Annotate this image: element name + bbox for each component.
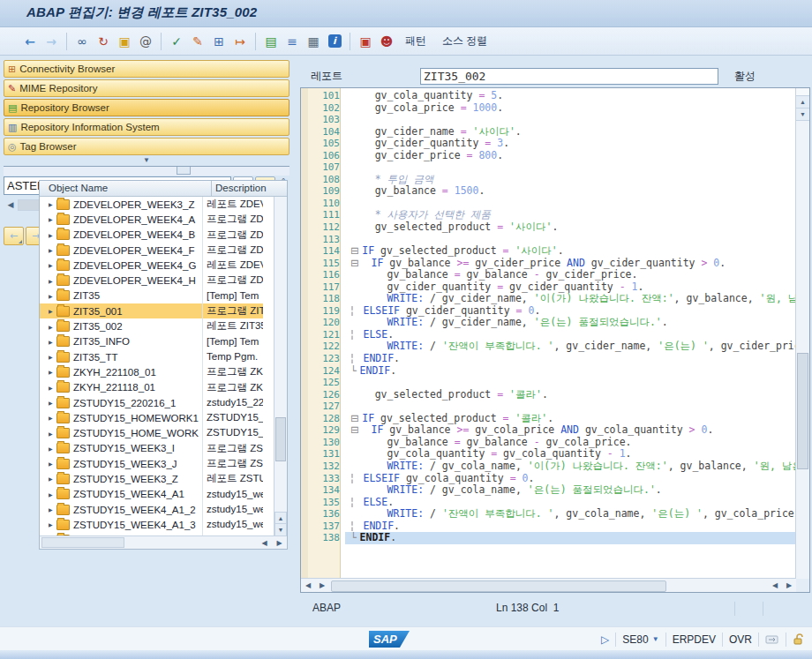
code-line-103[interactable]: 103 <box>301 114 796 126</box>
object-name[interactable]: ZSTUDY15_WEEK4_A1_3 <box>73 520 196 530</box>
tree-row-ZSTUDY15_HOMEWORK1[interactable]: ▶ZSTUDY15_HOMEWORK1ZSTUDY15_H <box>40 410 287 425</box>
expand-arrow-icon[interactable]: ▶ <box>49 278 56 284</box>
tree-row-ZIT35_INFO[interactable]: ▶ZIT35_INFO[Temp] Tem <box>40 334 287 349</box>
expand-arrow-icon[interactable]: ▶ <box>49 521 56 528</box>
tree-scroll-right-icon[interactable]: ▶ <box>272 539 287 547</box>
code-text[interactable]: └ ENDIF. <box>345 365 796 378</box>
system-name[interactable]: ERPDEV <box>673 633 716 646</box>
code-text[interactable]: gv_cider_quantity = 3. <box>345 138 796 150</box>
object-name[interactable]: ZSTUDY15_220216_1 <box>73 398 176 408</box>
code-text[interactable]: WRITE: / '잔액이 부족합니다. ', gv_cider_name, '… <box>345 341 796 353</box>
code-line-133[interactable]: 133¦ ELSEIF gv_cola_quantity = 0. <box>301 473 796 485</box>
tree-row-ZKYH_221118_01[interactable]: ▶ZKYH_221118_01프로그램 ZKYH <box>40 380 287 395</box>
copy-icon[interactable]: ▣ <box>114 31 135 52</box>
browser-button-repository-information-system[interactable]: ▥Repository Information System <box>4 118 289 136</box>
object-name[interactable]: ZSTUDY15_WEEK3_J <box>73 459 177 469</box>
tree-row-ZSTUDY15_WEEK3_Z[interactable]: ▶ZSTUDY15_WEEK3_Z레포트 ZSTUD <box>40 471 287 486</box>
code-line-107[interactable]: 107 <box>301 161 796 174</box>
object-name[interactable]: ZDEVELOPER_WEEK4_H <box>73 275 196 286</box>
back-icon[interactable]: ← <box>19 31 41 52</box>
tree-back-icon[interactable]: ← <box>4 227 24 245</box>
code-text[interactable]: gv_balance = 1500. <box>345 185 796 198</box>
refresh-object-icon[interactable]: ↻ <box>93 31 114 52</box>
code-line-110[interactable]: 110 <box>301 198 796 210</box>
browser-button-tag-browser[interactable]: ◎Tag Browser <box>4 138 289 155</box>
editor-scroll-right2-icon[interactable]: ▶ <box>782 581 796 589</box>
code-text[interactable]: ⊟ IF gv_selected_product = '사이다'. <box>345 245 796 258</box>
insert-mode-indicator[interactable]: OVR <box>729 633 752 646</box>
message-expand-icon[interactable]: ▷ <box>601 633 609 646</box>
pretty-printer-icon[interactable]: ✎ <box>187 31 208 52</box>
code-line-121[interactable]: 121¦ ELSE. <box>301 329 796 341</box>
forward-icon[interactable]: → <box>41 31 62 52</box>
code-text[interactable] <box>345 114 796 126</box>
object-name[interactable]: ZDEVELOPER_WEEK4_G <box>73 260 196 271</box>
code-line-119[interactable]: 119¦ ELSEIF gv_cider_quantity = 0. <box>301 305 796 318</box>
expand-arrow-icon[interactable]: ▶ <box>49 369 56 375</box>
pattern-button[interactable]: 패턴 <box>397 31 434 51</box>
column-description[interactable]: Description <box>212 181 287 196</box>
object-name[interactable]: ZSTUDY15_WEEK3_Z <box>73 474 178 484</box>
code-line-113[interactable]: 113 <box>301 234 796 246</box>
editor-scroll-up-icon[interactable]: ▲ <box>796 96 809 109</box>
expand-arrow-icon[interactable]: ▶ <box>49 354 56 360</box>
tree-row-ZDEVELOPER_WEEK4_A[interactable]: ▶ZDEVELOPER_WEEK4_A프로그램 ZDEV <box>40 212 287 227</box>
code-line-108[interactable]: 108 * 투입 금액 <box>301 174 796 186</box>
check-icon[interactable]: ✓ <box>166 31 187 52</box>
where-used-icon[interactable]: ⊞ <box>208 31 229 52</box>
tree-row-ZSTUDY15_WEEK4_A1_2[interactable]: ▶ZSTUDY15_WEEK4_A1_2zstudy15_wee <box>40 502 287 517</box>
tree-hscroll-thumb[interactable] <box>41 537 124 548</box>
scroll-left-icon[interactable]: ◀ <box>4 200 18 209</box>
browser-button-repository-browser[interactable]: ▤Repository Browser <box>4 99 289 116</box>
code-line-128[interactable]: 128⊟ IF gv_selected_product = '콜라'. <box>301 413 796 425</box>
object-name[interactable]: ZDEVELOPER_WEEK3_Z <box>73 199 194 210</box>
tree-row-ZDEVELOPER_WEEK4_H[interactable]: ▶ZDEVELOPER_WEEK4_H프로그램 ZDEV <box>40 273 287 288</box>
tree-row-ZIT35_002[interactable]: ▶ZIT35_002레포트 ZIT35_ <box>40 318 287 333</box>
column-object-name[interactable]: Object Name <box>40 181 212 196</box>
code-line-104[interactable]: 104 gv_cider_name = '사이다'. <box>301 126 796 139</box>
object-name[interactable]: ZIT35_001 <box>73 306 123 317</box>
expand-arrow-icon[interactable]: ▶ <box>49 400 56 406</box>
tree-row-ZSTUDY15_WEEK4_A1[interactable]: ▶ZSTUDY15_WEEK4_A1zstudy15_wee <box>40 487 287 502</box>
code-text[interactable]: ¦ ELSE. <box>345 497 796 509</box>
dropdown-corner-icon[interactable] <box>19 240 22 243</box>
tree-vscrollbar[interactable]: ▲ ▼ <box>274 197 287 536</box>
code-line-115[interactable]: 115⊟ IF gv_balance >= gv_cider_price AND… <box>301 258 796 270</box>
pane-knob[interactable] <box>177 167 191 175</box>
expand-arrow-icon[interactable]: ▶ <box>49 385 56 391</box>
code-line-124[interactable]: 124└ ENDIF. <box>301 365 796 378</box>
code-line-106[interactable]: 106 gv_cider_price = 800. <box>301 150 796 162</box>
code-line-109[interactable]: 109 gv_balance = 1500. <box>301 185 796 198</box>
code-text[interactable]: WRITE: / gv_cider_name, '이(가) 나왔습니다. 잔액:… <box>345 293 796 305</box>
unlocked-padlock-icon[interactable] <box>793 633 805 646</box>
code-line-111[interactable]: 111 * 사용자가 선택한 제품 <box>301 209 796 221</box>
code-line-122[interactable]: 122 WRITE: / '잔액이 부족합니다. ', gv_cider_nam… <box>301 341 796 353</box>
tree-row-ZSTUDY15_HOME_WORK[interactable]: ▶ZSTUDY15_HOME_WORKZSTUDY15_H <box>40 425 287 440</box>
table-settings-icon[interactable]: ▦ <box>303 31 324 52</box>
code-line-102[interactable]: 102 gv_cola_price = 1000. <box>301 102 796 115</box>
code-text[interactable]: gv_balance = gv_balance - gv_cider_price… <box>345 269 796 281</box>
code-line-135[interactable]: 135¦ ELSE. <box>301 497 796 509</box>
code-text[interactable]: ¦ ELSEIF gv_cola_quantity = 0. <box>345 473 796 485</box>
code-line-127[interactable]: 127 <box>301 401 796 413</box>
response-time-icon[interactable] <box>765 634 779 645</box>
object-name[interactable]: ZKYH_221118_01 <box>73 382 155 393</box>
code-line-120[interactable]: 120 WRITE: / gv_cider_name, '은(는) 품절되었습니… <box>301 317 796 329</box>
expand-arrow-icon[interactable]: ▶ <box>49 415 56 421</box>
editor-hscroll-thumb[interactable] <box>331 580 666 592</box>
code-line-137[interactable]: 137¦ ENDIF. <box>301 520 796 533</box>
code-text[interactable]: * 사용자가 선택한 제품 <box>345 209 796 221</box>
code-text[interactable]: WRITE: / gv_cola_name, '이(가) 나왔습니다. 잔액:'… <box>345 461 796 473</box>
tree-row-ZSTUDY15_220216_1[interactable]: ▶ZSTUDY15_220216_1zstudy15_220 <box>40 395 287 410</box>
tree-vscroll-thumb[interactable] <box>275 417 286 461</box>
editor-scroll-left-icon[interactable]: ◀ <box>301 581 315 589</box>
expand-arrow-icon[interactable]: ▶ <box>49 491 56 498</box>
code-text[interactable] <box>345 161 796 174</box>
expand-arrow-icon[interactable]: ▶ <box>49 232 56 238</box>
report-name-field[interactable] <box>420 68 718 85</box>
source-align-button[interactable]: 소스 정렬 <box>434 31 495 51</box>
panel-expander-icon[interactable]: ▼ <box>4 157 289 166</box>
object-name[interactable]: ZDEVELOPER_WEEK4_A <box>73 214 195 225</box>
code-text[interactable]: gv_cola_price = 1000. <box>345 102 796 115</box>
code-text[interactable]: WRITE: / gv_cider_name, '은(는) 품절되었습니다.'. <box>345 317 796 329</box>
